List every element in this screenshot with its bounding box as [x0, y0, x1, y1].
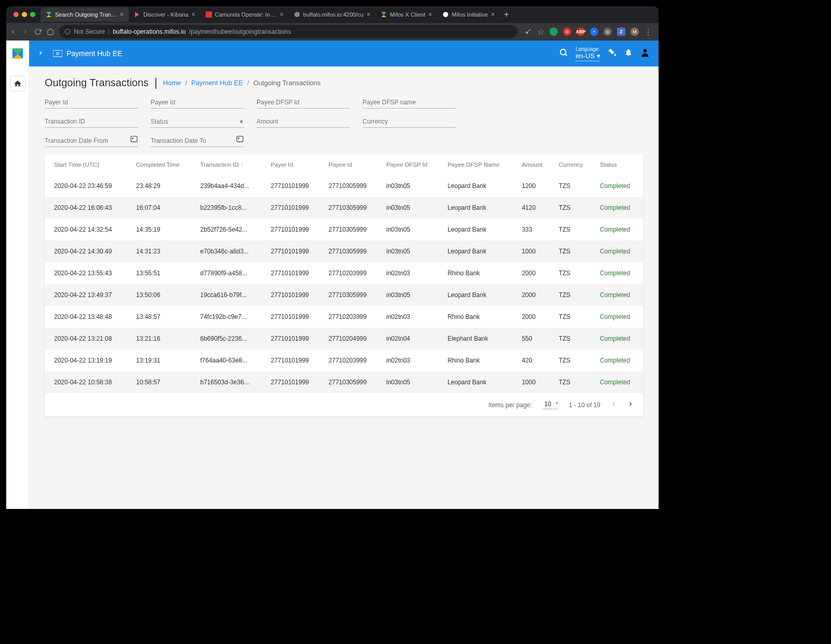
- close-tab-button[interactable]: ×: [491, 11, 494, 18]
- theme-button[interactable]: [608, 48, 617, 59]
- col-amount[interactable]: Amount: [517, 154, 554, 175]
- payer-id-field[interactable]: Payer Id: [45, 99, 138, 109]
- brand-label: Payment Hub EE: [66, 49, 122, 58]
- window-controls[interactable]: [8, 12, 41, 17]
- language-selector[interactable]: Language en-US ▾: [575, 46, 600, 61]
- items-per-page-select[interactable]: 10: [542, 400, 558, 409]
- items-per-page-label: Items per page:: [489, 401, 532, 409]
- browser-tab[interactable]: Mifos Initiative×: [437, 7, 500, 22]
- currency-field[interactable]: Currency: [363, 118, 456, 128]
- transactions-table: Start Time (UTC) Completed Time Transact…: [45, 154, 643, 393]
- close-tab-button[interactable]: ×: [192, 11, 195, 18]
- breadcrumb-hub[interactable]: Payment Hub EE: [191, 79, 243, 87]
- breadcrumb-home[interactable]: Home: [163, 79, 181, 87]
- favicon-icon: [46, 11, 52, 18]
- abp-icon[interactable]: ABP: [577, 28, 585, 36]
- next-page-button[interactable]: [627, 401, 634, 409]
- status-badge: Completed: [595, 175, 643, 197]
- col-completed-time[interactable]: Completed Time: [131, 154, 195, 175]
- user-menu-button[interactable]: [640, 47, 650, 60]
- table-row[interactable]: 2020-04-22 23:46:59 23:48:29 239b4aa4-43…: [45, 175, 643, 197]
- svg-rect-24: [238, 138, 239, 139]
- col-currency[interactable]: Currency: [554, 154, 595, 175]
- home-button[interactable]: [47, 28, 55, 35]
- sidebar-home-button[interactable]: [10, 76, 25, 91]
- svg-point-17: [57, 52, 59, 55]
- payee-dfsp-id-field[interactable]: Payee DFSP Id: [257, 99, 350, 109]
- menu-icon[interactable]: ⋮: [644, 27, 652, 37]
- date-to-field[interactable]: Transaction Date To: [151, 137, 244, 147]
- table-row[interactable]: 2020-04-22 13:19:19 13:19:31 f764aa40-63…: [45, 350, 643, 371]
- status-field[interactable]: Status▼: [151, 118, 244, 128]
- table-row[interactable]: 2020-04-22 14:30:49 14:31:23 e70b346c-a8…: [45, 240, 643, 262]
- browser-tab[interactable]: Search Outgoing Transac×: [41, 7, 129, 22]
- sidebar-toggle-button[interactable]: [37, 49, 44, 58]
- table-row[interactable]: 2020-04-22 13:55:43 13:55:51 d77890f9-a4…: [45, 262, 643, 284]
- col-transaction-id[interactable]: Transaction ID ↑: [195, 154, 265, 175]
- star-icon[interactable]: ☆: [537, 27, 544, 37]
- table-row[interactable]: 2020-04-22 16:06:43 16:07:04 b22395fb-1c…: [45, 197, 643, 219]
- tab-title: Discover - Kibana: [143, 11, 189, 18]
- status-badge: Completed: [595, 240, 643, 262]
- minimize-window-icon[interactable]: [22, 12, 27, 17]
- tab-title: Mifos X Client: [390, 11, 425, 18]
- app-logo[interactable]: [6, 41, 29, 66]
- forward-button[interactable]: [22, 28, 30, 35]
- sort-asc-icon: ↑: [240, 162, 243, 168]
- search-button[interactable]: [559, 48, 568, 59]
- svg-point-4: [294, 12, 300, 17]
- close-tab-button[interactable]: ×: [428, 11, 432, 18]
- ext-icon[interactable]: ⊘: [563, 28, 571, 36]
- col-start-time[interactable]: Start Time (UTC): [45, 154, 131, 175]
- tab-title: Camunda Operate: Instan: [215, 11, 277, 18]
- transaction-id-field[interactable]: Transaction ID: [45, 118, 138, 128]
- prev-page-button[interactable]: [611, 401, 617, 409]
- col-payee-dfsp-id[interactable]: Payee DFSP Id: [381, 154, 443, 175]
- close-tab-button[interactable]: ×: [280, 11, 284, 18]
- url-host: buffalo-operations.mifos.io: [113, 28, 186, 35]
- table-row[interactable]: 2020-04-22 13:21:08 13:21:16 6b690f5c-22…: [45, 328, 643, 350]
- status-badge: Completed: [595, 284, 643, 306]
- status-badge: Completed: [595, 197, 643, 219]
- browser-tab[interactable]: Mifos X Client×: [376, 7, 437, 22]
- close-tab-button[interactable]: ×: [120, 11, 124, 18]
- col-payer-id[interactable]: Payer Id: [265, 154, 323, 175]
- svg-line-19: [566, 54, 567, 56]
- notifications-button[interactable]: [624, 48, 633, 59]
- ext-icon[interactable]: [549, 28, 558, 36]
- payee-dfsp-name-field[interactable]: Payee DFSP name: [363, 99, 456, 109]
- table-paginator: Items per page: 10 1 - 10 of 19: [45, 393, 643, 417]
- date-from-field[interactable]: Transaction Date From: [45, 137, 138, 147]
- new-tab-button[interactable]: +: [500, 10, 513, 19]
- status-badge: Completed: [595, 219, 643, 240]
- amount-field[interactable]: Amount: [257, 118, 350, 128]
- col-payee-id[interactable]: Payee Id: [324, 154, 381, 175]
- browser-tab[interactable]: buffalo.mifos.io:4200/cu×: [289, 7, 376, 22]
- browser-tab[interactable]: Discover - Kibana×: [129, 7, 200, 22]
- browser-extensions: ☆ ⊘ ABP + ◎ Z M ⋮: [521, 27, 655, 37]
- close-window-icon[interactable]: [14, 12, 19, 17]
- close-tab-button[interactable]: ×: [367, 11, 370, 18]
- table-row[interactable]: 2020-04-22 13:48:48 13:48:57 74fc192b-c9…: [45, 306, 643, 328]
- url-input[interactable]: Not Secure | buffalo-operations.mifos.io…: [59, 25, 517, 38]
- reload-button[interactable]: [34, 28, 43, 35]
- tab-title: Search Outgoing Transac: [55, 11, 117, 18]
- col-status[interactable]: Status: [595, 154, 643, 175]
- key-icon[interactable]: [525, 28, 532, 35]
- browser-tab[interactable]: Camunda Operate: Instan×: [200, 7, 289, 22]
- ext-icon[interactable]: ◎: [604, 28, 612, 36]
- ext-icon[interactable]: +: [590, 28, 598, 36]
- table-row[interactable]: 2020-04-22 13:49:37 13:50:06 19cca616-b7…: [45, 284, 643, 306]
- back-button[interactable]: [9, 28, 18, 35]
- home-icon: [14, 79, 22, 88]
- ext-z-icon[interactable]: Z: [617, 28, 625, 36]
- table-row[interactable]: 2020-04-22 10:58:38 10:58:57 b716503d-3e…: [45, 371, 643, 393]
- payee-id-field[interactable]: Payee Id: [151, 99, 244, 109]
- page-range-label: 1 - 10 of 19: [569, 401, 600, 409]
- status-badge: Completed: [595, 371, 643, 393]
- profile-avatar[interactable]: M: [631, 28, 639, 36]
- col-payee-dfsp-name[interactable]: Payee DFSP Name: [443, 154, 517, 175]
- svg-point-7: [443, 12, 448, 17]
- maximize-window-icon[interactable]: [30, 12, 35, 17]
- table-row[interactable]: 2020-04-22 14:32:54 14:35:19 2b52f726-5e…: [45, 219, 643, 240]
